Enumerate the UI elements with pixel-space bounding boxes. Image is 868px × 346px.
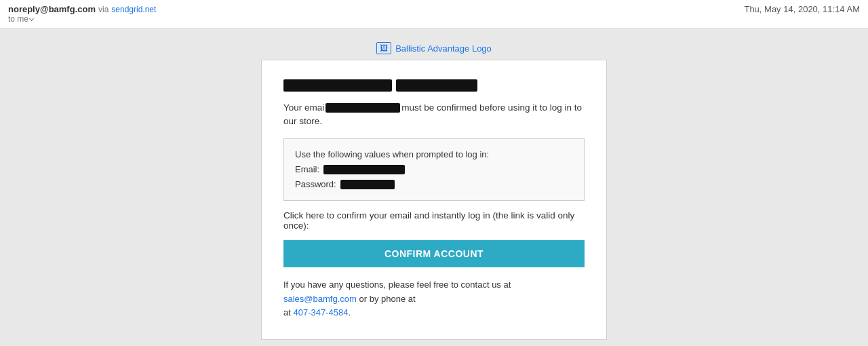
confirm-account-button[interactable]: CONFIRM ACCOUNT	[283, 240, 585, 267]
redacted-email-inline	[326, 103, 400, 113]
to-me[interactable]: to me	[8, 14, 156, 24]
logo-link[interactable]: 🖼 Ballistic Advantage Logo	[376, 42, 492, 54]
via-label: via	[98, 5, 108, 14]
confirm-instruction: Click here to confirm your email and ins…	[283, 210, 585, 231]
email-header: noreply@bamfg.com via sendgrid.net to me…	[0, 0, 868, 28]
sendgrid-link[interactable]: sendgrid.net	[111, 5, 156, 14]
chevron-down-icon	[29, 16, 34, 20]
info-email-row: Email:	[295, 162, 573, 177]
email-card: Your emaimust be confirmed before using …	[261, 60, 607, 340]
email-body: 🖼 Ballistic Advantage Logo Your emaimust…	[0, 28, 868, 346]
logo-area: 🖼 Ballistic Advantage Logo	[376, 42, 492, 54]
info-box-prompt: Use the following values when prompted t…	[295, 147, 573, 162]
sender-info: noreply@bamfg.com via sendgrid.net to me	[8, 4, 156, 24]
sender-email: noreply@bamfg.com	[8, 4, 96, 14]
redacted-name-1	[283, 79, 392, 92]
password-label: Password:	[295, 177, 336, 192]
greeting-line	[283, 79, 585, 92]
logo-image-placeholder: 🖼	[376, 42, 391, 54]
contact-text: If you have any questions, please feel f…	[283, 278, 585, 320]
contact-email-link[interactable]: sales@bamfg.com	[283, 294, 357, 304]
logo-alt-text: Ballistic Advantage Logo	[395, 43, 492, 54]
contact-phone-link[interactable]: 407-347-4584	[293, 307, 348, 318]
redacted-name-2	[396, 79, 477, 92]
info-password-row: Password:	[295, 177, 573, 192]
contact-middle: or by phone at	[359, 294, 415, 304]
body-text-intro: Your emaimust be confirmed before using …	[283, 101, 585, 129]
redacted-email-value	[323, 165, 405, 174]
email-label: Email:	[295, 162, 319, 177]
redacted-password-value	[340, 180, 395, 189]
info-box: Use the following values when prompted t…	[283, 138, 585, 201]
email-timestamp: Thu, May 14, 2020, 11:14 AM	[744, 4, 860, 14]
sender-line: noreply@bamfg.com via sendgrid.net	[8, 4, 156, 14]
contact-prefix: If you have any questions, please feel f…	[283, 280, 511, 290]
